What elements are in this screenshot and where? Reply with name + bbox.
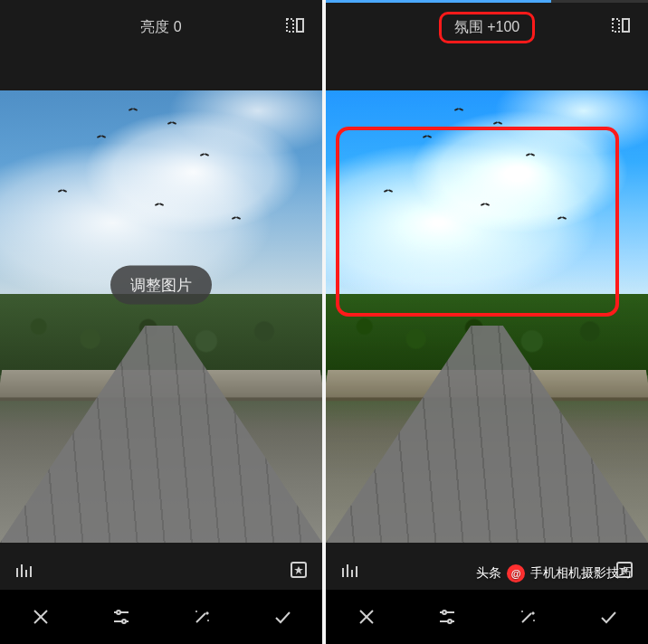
image-canvas[interactable] bbox=[326, 90, 648, 554]
svg-rect-0 bbox=[287, 19, 293, 32]
svg-rect-1 bbox=[297, 19, 303, 32]
watermark: 头条 @ 手机相机摄影技巧 bbox=[476, 564, 632, 582]
svg-point-13 bbox=[122, 620, 126, 623]
confirm-button[interactable] bbox=[586, 595, 630, 639]
confirm-button[interactable] bbox=[261, 595, 304, 639]
top-bar: 氛围 +100 bbox=[326, 0, 648, 54]
svg-rect-17 bbox=[613, 19, 619, 32]
adjust-sliders-button[interactable] bbox=[425, 595, 469, 639]
bottom-toolbar bbox=[0, 590, 322, 644]
svg-point-16 bbox=[207, 620, 209, 621]
top-bar: 亮度 0 bbox=[0, 0, 322, 54]
tool-toast: 调整图片 bbox=[110, 266, 212, 305]
magic-wand-button[interactable] bbox=[506, 595, 549, 639]
star-icon[interactable] bbox=[288, 559, 310, 584]
adjust-sliders-button[interactable] bbox=[100, 595, 143, 639]
watermark-logo-icon: @ bbox=[507, 564, 525, 582]
svg-point-30 bbox=[448, 620, 452, 623]
histogram-icon[interactable] bbox=[13, 559, 34, 584]
svg-rect-18 bbox=[623, 19, 629, 32]
annotation-highlight-box bbox=[336, 127, 619, 317]
svg-point-15 bbox=[195, 611, 197, 612]
edited-photo: 调整图片 bbox=[0, 90, 322, 543]
left-editor-panel: 亮度 0 调整图片 bbox=[0, 0, 322, 644]
edited-photo bbox=[326, 90, 648, 543]
right-editor-panel: 氛围 +100 bbox=[326, 0, 648, 644]
close-button[interactable] bbox=[19, 595, 62, 639]
magic-wand-button[interactable] bbox=[180, 595, 224, 639]
watermark-account: 手机相机摄影技巧 bbox=[530, 565, 632, 582]
svg-point-11 bbox=[117, 611, 120, 614]
svg-line-31 bbox=[522, 613, 531, 622]
footer-icons bbox=[0, 554, 322, 590]
parameter-readout: 氛围 +100 bbox=[439, 12, 535, 43]
image-canvas[interactable]: 调整图片 bbox=[0, 90, 322, 554]
svg-point-33 bbox=[533, 620, 535, 621]
compare-icon[interactable] bbox=[610, 14, 632, 40]
svg-point-32 bbox=[521, 611, 523, 612]
compare-icon[interactable] bbox=[284, 14, 306, 40]
parameter-readout: 亮度 0 bbox=[128, 14, 194, 41]
svg-marker-7 bbox=[294, 566, 303, 574]
close-button[interactable] bbox=[345, 595, 388, 639]
bottom-toolbar bbox=[326, 590, 648, 644]
svg-point-28 bbox=[443, 611, 446, 614]
histogram-icon[interactable] bbox=[338, 559, 360, 584]
watermark-prefix: 头条 bbox=[476, 565, 501, 582]
svg-line-14 bbox=[196, 613, 205, 622]
